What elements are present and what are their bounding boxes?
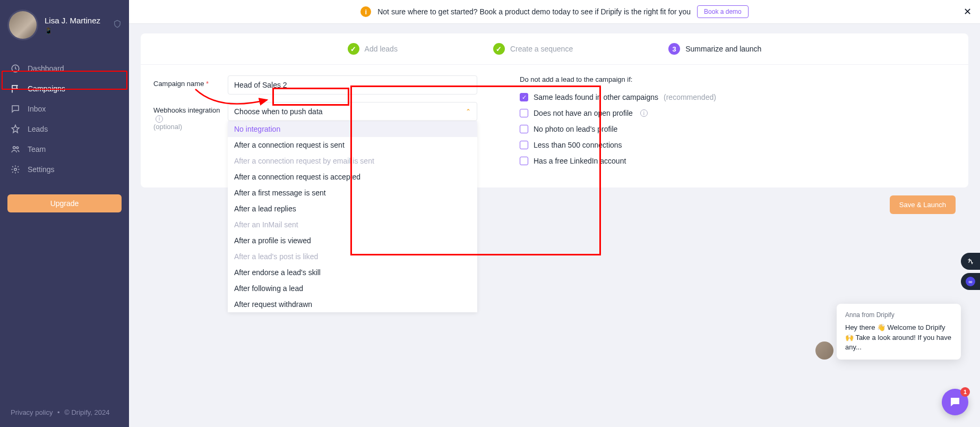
required-asterisk: * <box>206 80 209 88</box>
content: ✓ Add leads ✓ Create a sequence 3 Summar… <box>129 24 980 187</box>
dropdown-list: No integrationAfter a connection request… <box>228 121 477 312</box>
dropdown-option[interactable]: After endorse a lead's skill <box>228 264 477 280</box>
star-icon <box>11 124 20 134</box>
sidebar-nav: Dashboard Campaigns Inbox Leads Team Set… <box>0 58 129 180</box>
chat-avatar <box>815 341 833 360</box>
chat-launcher-button[interactable]: 1 <box>942 389 968 415</box>
profile-meta: 📱 <box>45 27 107 35</box>
form-right: Do not add a lead to the campaign if: ✓S… <box>498 75 956 173</box>
avatar[interactable] <box>9 11 37 39</box>
close-icon[interactable]: ✕ <box>964 6 972 18</box>
message-icon <box>11 104 20 114</box>
info-icon[interactable]: i <box>640 109 648 117</box>
sidebar: Lisa J. Martinez 📱 Dashboard Campaigns I… <box>0 0 129 427</box>
dropdown-option: After a connection request by email is s… <box>228 153 477 169</box>
avatar-ring <box>7 10 38 40</box>
step-summarize[interactable]: 3 Summarize and launch <box>668 43 761 55</box>
exclude-option[interactable]: ✓Same leads found in other campaigns (re… <box>520 93 956 101</box>
profile-info: Lisa J. Martinez 📱 <box>45 16 107 35</box>
check-label: Has a free LinkedIn account <box>534 157 626 165</box>
checkbox[interactable]: ✓ <box>520 93 528 101</box>
sidebar-item-leads[interactable]: Leads <box>0 119 129 139</box>
step-label: Add leads <box>365 45 398 53</box>
exclude-option[interactable]: No photo on lead's profile <box>520 125 956 133</box>
sidebar-item-campaigns[interactable]: Campaigns <box>0 79 129 99</box>
exclude-option[interactable]: Less than 500 connections <box>520 141 956 149</box>
save-launch-button[interactable]: Save & Launch <box>890 195 956 214</box>
sidebar-item-label: Leads <box>28 125 48 133</box>
side-widget-help[interactable]: ∞ <box>961 273 980 290</box>
sidebar-item-inbox[interactable]: Inbox <box>0 99 129 119</box>
chat-from: Anna from Dripify <box>845 311 952 319</box>
dropdown-option[interactable]: After a lead replies <box>228 201 477 217</box>
webhooks-select: Choose when to push data ⌃ No integratio… <box>228 102 477 121</box>
select-placeholder: Choose when to push data <box>234 107 323 116</box>
dropdown-option[interactable]: After a connection request is sent <box>228 137 477 153</box>
dropdown-option[interactable]: After request withdrawn <box>228 296 477 312</box>
checkbox[interactable] <box>520 109 528 117</box>
chat-body: Hey there 👋 Welcome to Dripify 🙌 Take a … <box>845 323 952 352</box>
campaign-name-input[interactable] <box>228 75 477 95</box>
dropdown-option[interactable]: After a first message is sent <box>228 185 477 201</box>
check-icon: ✓ <box>493 43 505 55</box>
banner-text: Not sure where to get started? Book a pr… <box>377 7 691 16</box>
privacy-link[interactable]: Privacy policy <box>11 408 53 416</box>
svg-point-2 <box>16 147 19 149</box>
clock-icon <box>11 64 20 73</box>
sidebar-item-label: Dashboard <box>28 64 64 73</box>
dropdown-option: After a lead's post is liked <box>228 249 477 264</box>
chevron-up-icon: ⌃ <box>466 108 471 115</box>
check-label: No photo on lead's profile <box>534 125 617 133</box>
shield-icon <box>113 20 122 30</box>
select-trigger[interactable]: Choose when to push data ⌃ <box>228 102 477 121</box>
separator: • <box>57 408 60 416</box>
step-number: 3 <box>668 43 680 55</box>
exclude-option[interactable]: Has a free LinkedIn account <box>520 157 956 165</box>
campaign-card: ✓ Add leads ✓ Create a sequence 3 Summar… <box>141 33 968 187</box>
book-demo-button[interactable]: Book a demo <box>697 5 749 18</box>
linkedin-icon: 📱 <box>45 27 53 35</box>
checkbox[interactable] <box>520 125 528 133</box>
step-add-leads[interactable]: ✓ Add leads <box>348 43 398 55</box>
info-icon: i <box>360 6 371 17</box>
upgrade-button[interactable]: Upgrade <box>7 194 122 212</box>
exclude-title: Do not add a lead to the campaign if: <box>520 75 956 83</box>
field-webhooks: Webhooks integration i (optional) Choose… <box>153 102 477 131</box>
sidebar-item-label: Settings <box>28 165 55 174</box>
dropdown-option: After an InMail sent <box>228 217 477 233</box>
chat-bubble[interactable]: Anna from Dripify Hey there 👋 Welcome to… <box>837 304 961 360</box>
step-label: Summarize and launch <box>685 45 761 53</box>
sidebar-item-dashboard[interactable]: Dashboard <box>0 58 129 79</box>
sidebar-item-label: Campaigns <box>28 84 65 93</box>
form-left: Campaign name * Webhooks integration i (… <box>153 75 477 173</box>
stepper: ✓ Add leads ✓ Create a sequence 3 Summar… <box>141 33 968 65</box>
field-label: Campaign name * <box>153 75 228 88</box>
profile-name: Lisa J. Martinez <box>45 16 107 25</box>
form: Campaign name * Webhooks integration i (… <box>141 65 968 187</box>
dropdown-option[interactable]: After a profile is viewed <box>228 233 477 249</box>
sidebar-item-label: Team <box>28 145 46 153</box>
profile-block: Lisa J. Martinez 📱 <box>0 0 129 50</box>
field-campaign-name: Campaign name * <box>153 75 477 95</box>
recommended-tag: (recommended) <box>664 93 716 101</box>
check-label: Does not have an open profile <box>534 109 633 117</box>
check-label: Less than 500 connections <box>534 141 622 149</box>
sidebar-item-label: Inbox <box>28 105 46 113</box>
exclude-option[interactable]: Does not have an open profilei <box>520 109 956 117</box>
dropdown-option[interactable]: After a connection request is accepted <box>228 169 477 185</box>
copyright: © Dripify, 2024 <box>64 408 109 416</box>
sidebar-item-settings[interactable]: Settings <box>0 159 129 180</box>
gear-icon <box>11 165 20 174</box>
checkbox[interactable] <box>520 141 528 149</box>
dropdown-option[interactable]: After following a lead <box>228 280 477 296</box>
svg-point-3 <box>14 168 17 171</box>
field-label: Webhooks integration i (optional) <box>153 102 228 131</box>
sidebar-item-team[interactable]: Team <box>0 139 129 159</box>
optional-text: (optional) <box>153 123 228 131</box>
sidebar-footer: Privacy policy • © Dripify, 2024 <box>0 401 129 427</box>
info-icon[interactable]: i <box>156 115 163 123</box>
dropdown-option[interactable]: No integration <box>228 121 477 137</box>
step-sequence[interactable]: ✓ Create a sequence <box>493 43 573 55</box>
side-widget-translate[interactable] <box>961 253 980 270</box>
checkbox[interactable] <box>520 157 528 165</box>
